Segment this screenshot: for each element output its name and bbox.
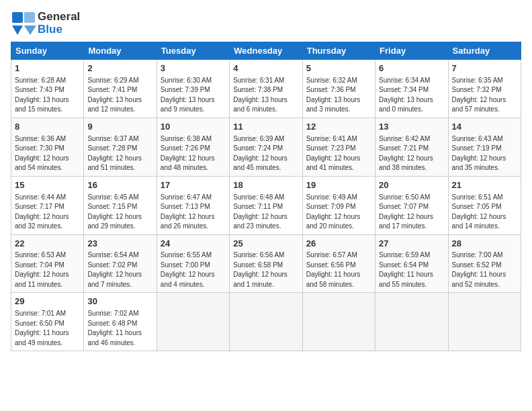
day-info: Sunrise: 6:35 AMSunset: 7:32 PMDaylight:… [452,76,517,115]
day-number: 2 [87,62,152,75]
table-row: 24Sunrise: 6:55 AMSunset: 7:00 PMDayligh… [157,234,229,293]
day-number: 20 [379,179,444,192]
table-row: 18Sunrise: 6:48 AMSunset: 7:11 PMDayligh… [230,176,302,234]
day-number: 9 [87,121,152,134]
day-info: Sunrise: 6:28 AMSunset: 7:43 PMDaylight:… [15,76,80,115]
day-info: Sunrise: 6:30 AMSunset: 7:39 PMDaylight:… [161,76,226,115]
day-number: 19 [306,179,371,192]
day-number: 22 [15,238,80,250]
day-info: Sunrise: 6:54 AMSunset: 7:02 PMDaylight:… [87,250,152,289]
day-info: Sunrise: 6:37 AMSunset: 7:28 PMDaylight:… [87,134,152,173]
table-row [157,293,229,351]
day-info: Sunrise: 6:50 AMSunset: 7:07 PMDaylight:… [379,193,444,232]
table-row [302,293,375,351]
table-row: 28Sunrise: 7:00 AMSunset: 6:52 PMDayligh… [448,234,521,293]
svg-rect-0 [12,12,23,23]
day-info: Sunrise: 6:57 AMSunset: 6:56 PMDaylight:… [306,250,371,289]
day-info: Sunrise: 6:31 AMSunset: 7:38 PMDaylight:… [233,76,298,115]
col-sunday: Sunday [11,42,84,60]
week-row-5: 29Sunrise: 7:01 AMSunset: 6:50 PMDayligh… [11,293,521,351]
table-row: 4Sunrise: 6:31 AMSunset: 7:38 PMDaylight… [230,60,302,118]
table-row: 15Sunrise: 6:44 AMSunset: 7:17 PMDayligh… [11,176,84,234]
day-info: Sunrise: 6:51 AMSunset: 7:05 PMDaylight:… [452,193,517,232]
table-row: 20Sunrise: 6:50 AMSunset: 7:07 PMDayligh… [375,176,448,234]
table-row: 3Sunrise: 6:30 AMSunset: 7:39 PMDaylight… [157,60,229,118]
day-number: 7 [452,62,517,75]
table-row [230,293,302,351]
day-number: 3 [161,62,226,75]
day-number: 26 [306,238,371,250]
table-row: 22Sunrise: 6:53 AMSunset: 7:04 PMDayligh… [11,234,84,293]
table-row: 27Sunrise: 6:59 AMSunset: 6:54 PMDayligh… [375,234,448,293]
table-row: 16Sunrise: 6:45 AMSunset: 7:15 PMDayligh… [84,176,157,234]
day-info: Sunrise: 6:53 AMSunset: 7:04 PMDaylight:… [15,250,80,289]
day-number: 6 [379,62,444,75]
table-row: 1Sunrise: 6:28 AMSunset: 7:43 PMDaylight… [11,60,84,118]
table-row: 17Sunrise: 6:47 AMSunset: 7:13 PMDayligh… [157,176,229,234]
day-number: 21 [452,179,517,192]
day-number: 5 [306,62,371,75]
day-info: Sunrise: 6:32 AMSunset: 7:36 PMDaylight:… [306,76,371,115]
table-row: 8Sunrise: 6:36 AMSunset: 7:30 PMDaylight… [11,118,84,176]
day-number: 14 [452,121,517,134]
day-number: 1 [15,62,80,75]
logo: General Blue [11,11,80,36]
week-row-1: 1Sunrise: 6:28 AMSunset: 7:43 PMDaylight… [11,60,521,118]
day-number: 24 [161,238,226,250]
table-row: 9Sunrise: 6:37 AMSunset: 7:28 PMDaylight… [84,118,157,176]
day-number: 17 [161,179,226,192]
col-tuesday: Tuesday [157,42,229,60]
day-number: 8 [15,121,80,134]
table-row: 14Sunrise: 6:43 AMSunset: 7:19 PMDayligh… [448,118,521,176]
logo-blue: Blue [38,24,80,36]
day-number: 27 [379,238,444,250]
day-info: Sunrise: 6:45 AMSunset: 7:15 PMDaylight:… [87,193,152,232]
week-row-4: 22Sunrise: 6:53 AMSunset: 7:04 PMDayligh… [11,234,521,293]
day-info: Sunrise: 6:36 AMSunset: 7:30 PMDaylight:… [15,134,80,173]
table-row: 5Sunrise: 6:32 AMSunset: 7:36 PMDaylight… [302,60,375,118]
day-info: Sunrise: 7:00 AMSunset: 6:52 PMDaylight:… [452,250,517,289]
table-row [448,293,521,351]
week-row-3: 15Sunrise: 6:44 AMSunset: 7:17 PMDayligh… [11,176,521,234]
day-info: Sunrise: 7:02 AMSunset: 6:48 PMDaylight:… [87,309,152,348]
day-info: Sunrise: 6:34 AMSunset: 7:34 PMDaylight:… [379,76,444,115]
table-row: 21Sunrise: 6:51 AMSunset: 7:05 PMDayligh… [448,176,521,234]
col-wednesday: Wednesday [230,42,302,60]
table-row: 30Sunrise: 7:02 AMSunset: 6:48 PMDayligh… [84,293,157,351]
header-row: Sunday Monday Tuesday Wednesday Thursday… [11,42,521,60]
day-number: 30 [87,295,152,308]
table-row: 26Sunrise: 6:57 AMSunset: 6:56 PMDayligh… [302,234,375,293]
day-info: Sunrise: 6:55 AMSunset: 7:00 PMDaylight:… [161,250,226,289]
day-number: 28 [452,238,517,250]
day-info: Sunrise: 6:42 AMSunset: 7:21 PMDaylight:… [379,134,444,173]
day-info: Sunrise: 7:01 AMSunset: 6:50 PMDaylight:… [15,309,80,348]
day-info: Sunrise: 6:47 AMSunset: 7:13 PMDaylight:… [161,193,226,232]
col-friday: Friday [375,42,448,60]
week-row-2: 8Sunrise: 6:36 AMSunset: 7:30 PMDaylight… [11,118,521,176]
calendar-table: Sunday Monday Tuesday Wednesday Thursday… [11,42,521,351]
day-number: 18 [233,179,298,192]
day-number: 23 [87,238,152,250]
table-row: 2Sunrise: 6:29 AMSunset: 7:41 PMDaylight… [84,60,157,118]
table-row [375,293,448,351]
day-info: Sunrise: 6:48 AMSunset: 7:11 PMDaylight:… [233,193,298,232]
logo-general: General [38,11,80,24]
table-row: 6Sunrise: 6:34 AMSunset: 7:34 PMDaylight… [375,60,448,118]
day-info: Sunrise: 6:44 AMSunset: 7:17 PMDaylight:… [15,193,80,232]
header-area: General Blue [11,11,521,36]
table-row: 12Sunrise: 6:41 AMSunset: 7:23 PMDayligh… [302,118,375,176]
svg-marker-2 [12,26,23,35]
logo-icon [11,11,36,36]
table-row: 13Sunrise: 6:42 AMSunset: 7:21 PMDayligh… [375,118,448,176]
day-info: Sunrise: 6:49 AMSunset: 7:09 PMDaylight:… [306,193,371,232]
day-number: 29 [15,295,80,308]
table-row: 19Sunrise: 6:49 AMSunset: 7:09 PMDayligh… [302,176,375,234]
day-number: 4 [233,62,298,75]
day-number: 12 [306,121,371,134]
table-row: 23Sunrise: 6:54 AMSunset: 7:02 PMDayligh… [84,234,157,293]
day-info: Sunrise: 6:38 AMSunset: 7:26 PMDaylight:… [161,134,226,173]
day-number: 10 [161,121,226,134]
page: General Blue Sunday Monday Tuesday Wedne… [0,0,532,411]
col-thursday: Thursday [302,42,375,60]
svg-rect-1 [24,12,35,23]
